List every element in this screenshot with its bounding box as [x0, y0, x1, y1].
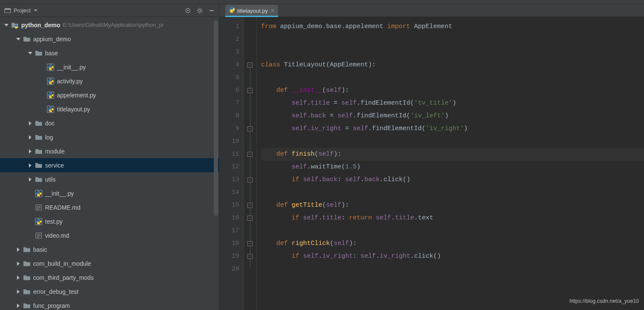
fold-toggle-icon[interactable]: −: [247, 63, 252, 68]
tree-item-module[interactable]: module: [0, 144, 219, 158]
tree-item-activity-py[interactable]: activity.py: [0, 74, 219, 88]
code-line[interactable]: [261, 46, 644, 59]
line-number[interactable]: 18: [219, 237, 239, 250]
line-number[interactable]: 2: [219, 33, 239, 46]
chevron-right-icon[interactable]: [15, 247, 21, 253]
chevron-right-icon[interactable]: [15, 275, 21, 281]
code-line[interactable]: class TitleLayout(AppElement):: [261, 59, 644, 71]
code-line[interactable]: self.back = self.findElementId('iv_left'…: [261, 110, 644, 122]
tree-item-python-demo[interactable]: python_demoE:\Users\Github\MyApplication…: [0, 18, 219, 32]
tree-item--init-py[interactable]: __init__.py: [0, 60, 219, 74]
chevron-down-icon[interactable]: [34, 9, 37, 11]
line-number[interactable]: 4: [219, 59, 239, 71]
tree-item-service[interactable]: service: [0, 158, 219, 172]
chevron-right-icon[interactable]: [27, 134, 33, 140]
chevron-right-icon[interactable]: [27, 148, 33, 154]
line-number[interactable]: 16: [219, 212, 239, 225]
line-gutter[interactable]: 1234567891011121314151617181920: [219, 17, 244, 310]
fold-strip[interactable]: −−−−−−−−−: [244, 17, 257, 310]
tree-item-appelement-py[interactable]: appelement.py: [0, 88, 219, 102]
line-number[interactable]: 17: [219, 225, 239, 237]
tree-item-error-debug-test[interactable]: error_debug_test: [0, 284, 219, 299]
fold-toggle-icon[interactable]: −: [247, 88, 252, 93]
tree-item-label: func_program: [33, 302, 70, 309]
code-line[interactable]: self.iv_right = self.findElementId('iv_r…: [261, 122, 644, 135]
editor-tab-bar: titlelayout.py ✕: [219, 4, 644, 17]
editor-tab-titlelayout[interactable]: titlelayout.py ✕: [225, 5, 278, 17]
code-line[interactable]: [261, 33, 644, 46]
fold-toggle-icon[interactable]: −: [247, 203, 252, 208]
line-number[interactable]: 12: [219, 161, 239, 173]
code-line[interactable]: def rightClick(self):: [261, 237, 644, 250]
code-line[interactable]: [261, 263, 644, 276]
line-number[interactable]: 10: [219, 135, 239, 148]
code-line[interactable]: self.waitTime(1.5): [261, 161, 644, 173]
line-number[interactable]: 11: [219, 148, 239, 161]
line-number[interactable]: 5: [219, 71, 239, 84]
fold-toggle-icon[interactable]: −: [247, 254, 252, 259]
line-number[interactable]: 6: [219, 84, 239, 97]
chevron-right-icon[interactable]: [15, 289, 21, 295]
code-line[interactable]: def getTitle(self):: [261, 199, 644, 212]
line-number[interactable]: 15: [219, 199, 239, 212]
code-line[interactable]: self.title = self.findElementId('tv_titl…: [261, 97, 644, 110]
fold-toggle-icon[interactable]: −: [247, 152, 252, 157]
tree-item-utils[interactable]: utils: [0, 172, 219, 186]
line-number[interactable]: 9: [219, 122, 239, 135]
fold-toggle-icon[interactable]: −: [247, 216, 252, 221]
fold-toggle-icon[interactable]: −: [247, 177, 252, 182]
code-line[interactable]: def __init__(self):: [261, 84, 644, 97]
code-line[interactable]: from appium_demo.base.appelement import …: [261, 20, 644, 33]
svg-point-4: [199, 9, 201, 12]
fold-toggle-icon[interactable]: −: [247, 126, 252, 131]
tree-item-com-third-party-mods[interactable]: com_third_party_mods: [0, 270, 219, 284]
tree-item-func-program[interactable]: func_program: [0, 299, 219, 310]
tree-item-doc[interactable]: doc: [0, 116, 219, 130]
tree-item-base[interactable]: base: [0, 46, 219, 60]
tree-item-appium-demo[interactable]: appium_demo: [0, 32, 219, 46]
code-line[interactable]: [261, 186, 644, 199]
chevron-down-icon[interactable]: [15, 36, 21, 42]
chevron-right-icon[interactable]: [27, 176, 33, 182]
tree-item--init-py[interactable]: __init__.py: [0, 186, 219, 200]
project-tree[interactable]: python_demoE:\Users\Github\MyApplication…: [0, 17, 219, 310]
line-number[interactable]: 13: [219, 173, 239, 186]
tree-item-titlelayout-py[interactable]: titlelayout.py: [0, 102, 219, 116]
code-line[interactable]: [261, 71, 644, 84]
gear-icon[interactable]: [195, 6, 204, 15]
code-line[interactable]: if self.iv_right: self.iv_right.click(): [261, 250, 644, 263]
tree-item-label: appium_demo: [33, 36, 71, 43]
chevron-right-icon[interactable]: [27, 162, 33, 168]
select-open-file-icon[interactable]: [183, 6, 193, 15]
chevron-right-icon[interactable]: [15, 303, 21, 309]
chevron-right-icon[interactable]: [27, 120, 33, 126]
chevron-down-icon[interactable]: [27, 50, 33, 56]
line-number[interactable]: 8: [219, 110, 239, 122]
tree-item-log[interactable]: log: [0, 130, 219, 144]
code-content[interactable]: from appium_demo.base.appelement import …: [257, 17, 644, 310]
line-number[interactable]: 14: [219, 186, 239, 199]
tree-item-video-md[interactable]: video.md: [0, 228, 219, 242]
code-line[interactable]: [261, 135, 644, 148]
tree-item-readme-md[interactable]: README.md: [0, 200, 219, 214]
tree-item-com-build-in-module[interactable]: com_build_in_module: [0, 256, 219, 270]
code-line[interactable]: if self.back: self.back.click(): [261, 173, 644, 186]
project-view-label[interactable]: Project: [14, 7, 31, 14]
code-line[interactable]: if self.title: return self.title.text: [261, 212, 644, 225]
fold-toggle-icon[interactable]: −: [247, 241, 252, 246]
tree-item-basic[interactable]: basic: [0, 242, 219, 256]
line-number[interactable]: 1: [219, 20, 239, 33]
tree-scrollbar[interactable]: [214, 20, 218, 216]
line-number[interactable]: 20: [219, 263, 239, 276]
code-line[interactable]: [261, 225, 644, 237]
line-number[interactable]: 7: [219, 97, 239, 110]
chevron-down-icon[interactable]: [3, 22, 9, 28]
line-number[interactable]: 3: [219, 46, 239, 59]
python-file-icon: [35, 218, 43, 225]
hide-icon[interactable]: [207, 6, 216, 15]
chevron-right-icon[interactable]: [15, 261, 21, 267]
close-icon[interactable]: ✕: [270, 8, 275, 14]
code-line[interactable]: def finish(self):: [261, 148, 644, 161]
tree-item-test-py[interactable]: test.py: [0, 214, 219, 228]
line-number[interactable]: 19: [219, 250, 239, 263]
